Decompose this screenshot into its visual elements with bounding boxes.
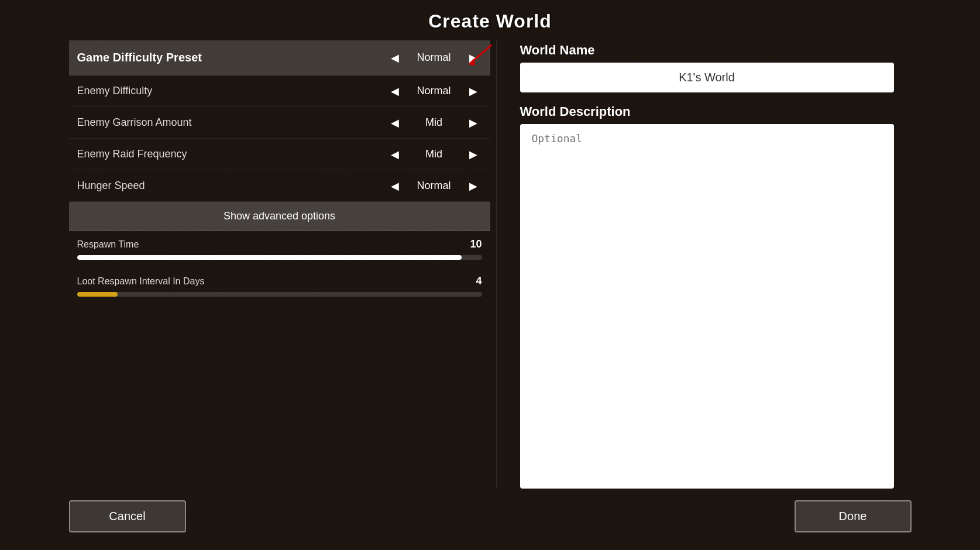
page-title: Create World — [428, 11, 552, 32]
panel-divider — [496, 40, 497, 489]
enemy-difficulty-next-btn[interactable]: ▶ — [465, 82, 482, 100]
enemy-difficulty-label: Enemy Difficulty — [77, 85, 153, 97]
enemy-garrison-row: Enemy Garrison Amount ◀ Mid ▶ — [69, 107, 490, 139]
cancel-button[interactable]: Cancel — [69, 500, 186, 532]
right-panel: World Name World Description — [503, 40, 912, 489]
enemy-difficulty-value: Normal — [411, 85, 458, 97]
hunger-speed-next-btn[interactable]: ▶ — [465, 177, 482, 195]
game-difficulty-label: Game Difficulty Preset — [77, 51, 202, 64]
hunger-speed-value: Normal — [411, 180, 458, 192]
enemy-difficulty-control: ◀ Normal ▶ — [386, 82, 482, 100]
bottom-bar: Cancel Done — [69, 489, 912, 550]
enemy-difficulty-prev-btn[interactable]: ◀ — [386, 82, 404, 100]
loot-respawn-label: Loot Respawn Interval In Days — [77, 276, 205, 287]
enemy-raid-control: ◀ Mid ▶ — [386, 146, 482, 163]
loot-respawn-header: Loot Respawn Interval In Days 4 — [77, 275, 482, 287]
respawn-time-header: Respawn Time 10 — [77, 238, 482, 250]
enemy-raid-row: Enemy Raid Frequency ◀ Mid ▶ — [69, 139, 490, 170]
game-difficulty-value: Normal — [411, 51, 458, 64]
loot-respawn-value: 4 — [476, 275, 482, 287]
game-difficulty-prev-btn[interactable]: ◀ — [386, 49, 404, 67]
done-button[interactable]: Done — [795, 500, 912, 532]
loot-respawn-fill — [77, 292, 118, 297]
hunger-speed-prev-btn[interactable]: ◀ — [386, 177, 404, 195]
respawn-time-value: 10 — [470, 238, 482, 250]
enemy-garrison-control: ◀ Mid ▶ — [386, 114, 482, 132]
respawn-time-label: Respawn Time — [77, 239, 139, 250]
main-container: Create World Game Difficulty Preset ◀ No… — [0, 0, 980, 550]
content-area: Game Difficulty Preset ◀ Normal ▶ Enemy … — [69, 40, 912, 489]
world-name-label: World Name — [520, 43, 894, 58]
game-difficulty-row: Game Difficulty Preset ◀ Normal ▶ — [69, 40, 490, 75]
enemy-raid-prev-btn[interactable]: ◀ — [386, 146, 404, 163]
enemy-raid-next-btn[interactable]: ▶ — [465, 146, 482, 163]
enemy-raid-label: Enemy Raid Frequency — [77, 148, 187, 160]
enemy-garrison-value: Mid — [411, 116, 458, 129]
svg-marker-1 — [468, 59, 475, 66]
respawn-time-track[interactable] — [77, 255, 482, 260]
hunger-speed-label: Hunger Speed — [77, 180, 145, 192]
enemy-difficulty-row: Enemy Difficulty ◀ Normal ▶ — [69, 75, 490, 107]
enemy-raid-value: Mid — [411, 148, 458, 160]
left-panel: Game Difficulty Preset ◀ Normal ▶ Enemy … — [69, 40, 490, 489]
enemy-garrison-label: Enemy Garrison Amount — [77, 116, 192, 129]
enemy-garrison-prev-btn[interactable]: ◀ — [386, 114, 404, 132]
loot-respawn-track[interactable] — [77, 292, 482, 297]
respawn-time-row: Respawn Time 10 — [77, 235, 482, 263]
enemy-garrison-next-btn[interactable]: ▶ — [465, 114, 482, 132]
hunger-speed-row: Hunger Speed ◀ Normal ▶ — [69, 170, 490, 202]
respawn-time-fill — [77, 255, 462, 260]
world-name-input[interactable] — [520, 63, 894, 92]
loot-respawn-row: Loot Respawn Interval In Days 4 — [77, 271, 482, 300]
world-desc-label: World Description — [520, 104, 894, 119]
hunger-speed-control: ◀ Normal ▶ — [386, 177, 482, 195]
world-desc-textarea[interactable] — [520, 124, 894, 489]
advanced-options-btn[interactable]: Show advanced options — [69, 202, 490, 231]
sliders-section: Respawn Time 10 Loot Respawn Interval In… — [69, 231, 490, 312]
arrow-indicator — [462, 42, 497, 68]
